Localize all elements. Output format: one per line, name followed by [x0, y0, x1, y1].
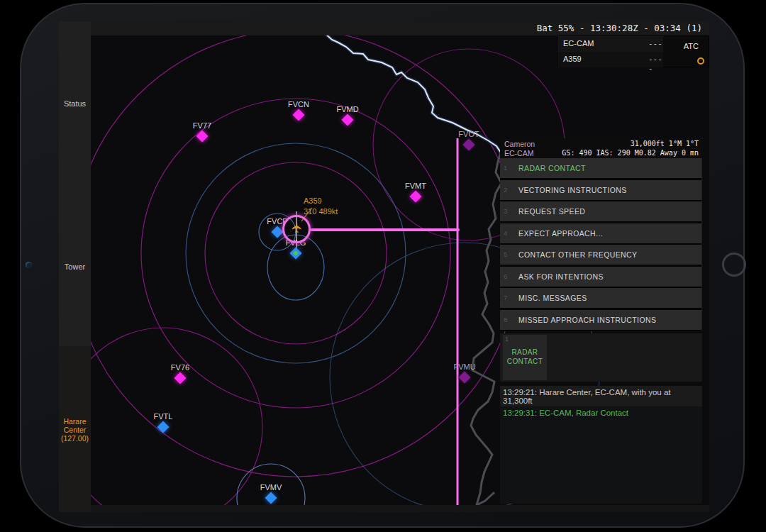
waypoint-label: FVMU: [453, 362, 475, 371]
waypoint-label: FVMD: [336, 105, 358, 113]
waypoint-label: FVCN: [288, 100, 309, 109]
menu-item-label: VECTORING INSTRUCTIONS: [518, 186, 627, 194]
sidebar-item-status[interactable]: Status: [59, 99, 91, 108]
menu-item[interactable]: 5 CONTACT OTHER FREQUENCY: [500, 245, 701, 265]
atc-command-menu: 1 RADAR CONTACT 2 VECTORING INSTRUCTIONS…: [500, 158, 702, 331]
home-button[interactable]: [722, 253, 746, 277]
comm-log: 13:29:21: Harare Center, EC-CAM, with yo…: [500, 386, 702, 504]
strip-row-callsign[interactable]: EC-CAM ----: [557, 36, 664, 52]
shortcut-radar-contact[interactable]: 1 RADAR CONTACT: [503, 335, 547, 380]
status-bar: Bat 55% - 13:30:28Z - 03:34 (1): [91, 21, 709, 35]
aircraft-datablock: A359 310 489kt: [304, 196, 338, 217]
shortcut-number: 1: [505, 336, 509, 343]
waypoint-label: FV76: [171, 363, 189, 372]
harare-line2: Center: [59, 426, 91, 434]
menu-item[interactable]: 6 ASK FOR INTENTIONS: [500, 267, 701, 287]
menu-item-label: RADAR CONTACT: [518, 164, 586, 172]
aircraft-type: A359: [304, 196, 338, 206]
shortcut-bar: 1 RADAR CONTACT: [500, 333, 702, 382]
camera-icon: [26, 262, 32, 268]
menu-item-number: 2: [504, 186, 507, 194]
menu-item-number: 6: [504, 272, 507, 280]
waypoint-label: FVMV: [260, 483, 282, 492]
strip-value: ----: [648, 55, 664, 73]
waypoint-label: FVMT: [405, 182, 426, 190]
menu-item-number: 1: [504, 164, 507, 172]
harare-freq: (127.00): [59, 434, 91, 443]
strip-callsign: EC-CAM: [563, 39, 594, 48]
waypoint-label: FV77: [193, 121, 211, 130]
airplane-icon: ✈: [289, 221, 304, 235]
menu-item-label: ASK FOR INTENTIONS: [518, 272, 604, 281]
waypoint-label: FVOT: [458, 130, 479, 138]
strip-type: A359: [563, 55, 582, 63]
menu-item-label: CONTACT OTHER FREQUENCY: [518, 250, 637, 259]
menu-item-label: EXPECT APPROACH...: [518, 229, 603, 238]
atc-toggle[interactable]: ATC: [663, 36, 709, 67]
page: Status Tower Harare Center (127.00) Bat …: [0, 0, 766, 532]
shortcut-line2: CONTACT: [507, 358, 543, 365]
shortcut-label: RADAR CONTACT: [503, 348, 547, 366]
menu-item-number: 8: [504, 316, 507, 323]
menu-item-label: MISSED APPROACH INSTRUCTIONS: [518, 316, 656, 324]
log-line: 13:29:21: Harare Center, EC-CAM, with yo…: [500, 386, 702, 406]
bottom-edge-strip: [91, 505, 709, 512]
menu-item-number: 4: [504, 229, 507, 237]
atc-status-ring-icon: [697, 57, 704, 65]
menu-item-label: REQUEST SPEED: [518, 207, 585, 216]
atc-panel-header: Cameron EC-CAM 31,000ft 1°M 1°T GS: 490 …: [500, 138, 702, 158]
menu-item[interactable]: 3 REQUEST SPEED: [500, 201, 701, 221]
controller-name: Cameron: [504, 140, 535, 148]
menu-item[interactable]: 1 RADAR CONTACT: [500, 158, 701, 178]
sidebar: Status Tower Harare Center (127.00): [59, 21, 91, 512]
flight-strip: EC-CAM ---- A359 ---- ATC: [557, 35, 709, 67]
aircraft-speed: 310 489kt: [304, 206, 338, 217]
log-line: 13:29:31: EC-CAM, Radar Contact: [500, 406, 702, 419]
sidebar-item-harare-center[interactable]: Harare Center (127.00): [59, 417, 91, 443]
flight-data-line2: GS: 490 IAS: 290 M0.82 Away 0 mn: [562, 149, 699, 157]
menu-item[interactable]: 8 MISSED APPROACH INSTRUCTIONS: [500, 310, 701, 330]
menu-item-number: 5: [504, 250, 507, 258]
menu-item-number: 7: [504, 294, 507, 301]
sidebar-item-tower[interactable]: Tower: [59, 262, 91, 271]
menu-item[interactable]: 7 MISC. MESSAGES: [500, 288, 701, 308]
selected-callsign: EC-CAM: [504, 149, 533, 157]
flight-data-line1: 31,000ft 1°M 1°T: [631, 140, 699, 148]
harare-line1: Harare: [59, 417, 91, 426]
atc-label: ATC: [684, 42, 699, 50]
menu-item-number: 3: [504, 207, 507, 215]
menu-item[interactable]: 2 VECTORING INSTRUCTIONS: [500, 180, 701, 200]
app-screen: Status Tower Harare Center (127.00) Bat …: [59, 21, 709, 512]
waypoint-label: FVTL: [154, 412, 173, 421]
menu-item-label: MISC. MESSAGES: [518, 294, 587, 302]
menu-item[interactable]: 4 EXPECT APPROACH...: [500, 223, 701, 243]
strip-row-type[interactable]: A359 ----: [557, 52, 664, 67]
shortcut-line1: RADAR: [511, 348, 538, 356]
